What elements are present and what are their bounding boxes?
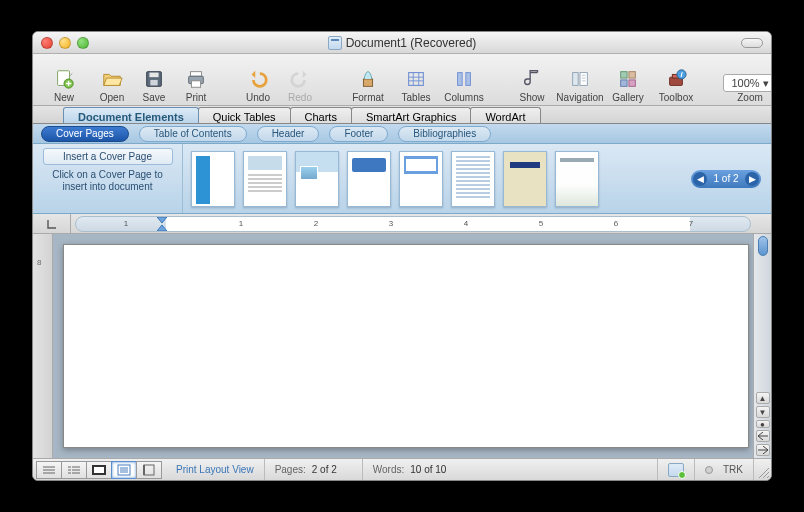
tab-smartart[interactable]: SmartArt Graphics xyxy=(351,107,471,123)
svg-rect-4 xyxy=(150,80,157,86)
tab-document-elements[interactable]: Document Elements xyxy=(63,107,199,123)
window-title: Document1 (Recovered) xyxy=(33,36,771,50)
svg-rect-27 xyxy=(144,465,154,475)
publishing-view-button[interactable] xyxy=(86,461,112,479)
svg-rect-16 xyxy=(621,80,627,86)
page-count[interactable]: Pages: 2 of 2 xyxy=(264,459,362,480)
gallery-pager: ◀ 1 of 2 ▶ xyxy=(691,170,761,188)
scroll-down-button[interactable]: ▼ xyxy=(756,406,770,418)
subtab-header[interactable]: Header xyxy=(257,126,320,142)
new-button[interactable]: New xyxy=(39,56,89,105)
subtab-bibliographies[interactable]: Bibliographies xyxy=(398,126,491,142)
cover-page-thumb-6[interactable] xyxy=(451,151,495,207)
svg-rect-17 xyxy=(629,80,635,86)
ribbon-tabs: Document Elements Quick Tables Charts Sm… xyxy=(33,106,771,124)
tab-wordart[interactable]: WordArt xyxy=(470,107,540,123)
track-changes-status[interactable]: TRK xyxy=(694,459,753,480)
tab-quick-tables[interactable]: Quick Tables xyxy=(198,107,291,123)
save-button[interactable]: Save xyxy=(135,56,173,105)
svg-rect-3 xyxy=(149,73,158,78)
gallery-section-label: Insert a Cover Page Click on a Cover Pag… xyxy=(33,144,183,213)
gallery-thumbnails xyxy=(183,151,681,207)
scroll-thumb[interactable] xyxy=(758,236,768,256)
open-button[interactable]: Open xyxy=(93,56,131,105)
cover-page-thumb-2[interactable] xyxy=(243,151,287,207)
vertical-scrollbar[interactable]: ▲ ▼ ● xyxy=(753,234,771,458)
cover-page-thumb-4[interactable] xyxy=(347,151,391,207)
cover-page-thumb-3[interactable] xyxy=(295,151,339,207)
gallery-next-button[interactable]: ▶ xyxy=(745,172,759,186)
view-mode-buttons xyxy=(33,461,166,479)
svg-rect-9 xyxy=(409,73,424,86)
show-button[interactable]: Show xyxy=(513,56,551,105)
app-window: Document1 (Recovered) New Open Save Prin… xyxy=(32,31,772,481)
subtab-table-of-contents[interactable]: Table of Contents xyxy=(139,126,247,142)
horizontal-ruler-area: 1 1 2 3 4 5 6 7 xyxy=(33,214,771,234)
window-title-text: Document1 (Recovered) xyxy=(346,36,477,50)
gallery-prev-button[interactable]: ◀ xyxy=(693,172,707,186)
status-dot-icon xyxy=(705,466,713,474)
book-icon xyxy=(668,463,684,477)
undo-button[interactable]: Undo xyxy=(239,56,277,105)
redo-button[interactable]: Redo xyxy=(281,56,319,105)
cover-page-thumb-8[interactable] xyxy=(555,151,599,207)
print-layout-view-button[interactable] xyxy=(111,461,137,479)
document-icon xyxy=(328,36,342,50)
print-button[interactable]: Print xyxy=(177,56,215,105)
svg-rect-7 xyxy=(191,81,200,87)
draft-view-button[interactable] xyxy=(36,461,62,479)
gallery-button[interactable]: Gallery xyxy=(609,56,647,105)
notebook-view-button[interactable] xyxy=(136,461,162,479)
prev-page-button[interactable] xyxy=(756,430,770,442)
cover-page-thumb-7[interactable] xyxy=(503,151,547,207)
svg-rect-13 xyxy=(580,73,587,86)
zoom-control[interactable]: 100% ▾ Zoom xyxy=(725,56,772,105)
svg-rect-25 xyxy=(94,467,104,473)
tab-charts[interactable]: Charts xyxy=(290,107,352,123)
svg-rect-10 xyxy=(458,73,463,86)
toolbox-button[interactable]: i Toolbox xyxy=(651,56,701,105)
columns-button[interactable]: Columns xyxy=(439,56,489,105)
svg-rect-11 xyxy=(466,73,471,86)
vertical-ruler[interactable]: 8 xyxy=(33,234,53,458)
outline-view-button[interactable] xyxy=(61,461,87,479)
document-page[interactable] xyxy=(63,244,749,448)
document-area: 8 ▲ ▼ ● xyxy=(33,234,771,458)
ribbon-subtabs: Cover Pages Table of Contents Header Foo… xyxy=(33,124,771,144)
gallery-bar: Insert a Cover Page Click on a Cover Pag… xyxy=(33,144,771,214)
next-page-button[interactable] xyxy=(756,444,770,456)
svg-rect-12 xyxy=(573,73,579,86)
horizontal-ruler[interactable]: 1 1 2 3 4 5 6 7 xyxy=(75,216,751,232)
status-bar: Print Layout View Pages: 2 of 2 Words: 1… xyxy=(33,458,771,480)
browse-object-button[interactable]: ● xyxy=(756,420,770,428)
titlebar: Document1 (Recovered) xyxy=(33,32,771,54)
cover-page-thumb-5[interactable] xyxy=(399,151,443,207)
svg-rect-5 xyxy=(191,72,202,77)
navigation-button[interactable]: Navigation xyxy=(555,56,605,105)
subtab-cover-pages[interactable]: Cover Pages xyxy=(41,126,129,142)
main-toolbar: New Open Save Print Undo Redo xyxy=(33,54,771,106)
tables-button[interactable]: Tables xyxy=(397,56,435,105)
tab-selector[interactable] xyxy=(33,214,71,233)
view-mode-label: Print Layout View xyxy=(166,459,264,480)
word-count[interactable]: Words: 10 of 10 xyxy=(362,459,461,480)
svg-rect-8 xyxy=(363,79,372,86)
scroll-up-button[interactable]: ▲ xyxy=(756,392,770,404)
svg-rect-15 xyxy=(629,72,635,78)
format-button[interactable]: Format xyxy=(343,56,393,105)
resize-grip[interactable] xyxy=(753,459,771,480)
document-canvas[interactable] xyxy=(53,234,753,458)
spellcheck-status[interactable] xyxy=(657,459,694,480)
cover-page-thumb-1[interactable] xyxy=(191,151,235,207)
svg-rect-14 xyxy=(621,72,627,78)
subtab-footer[interactable]: Footer xyxy=(329,126,388,142)
indent-marker[interactable] xyxy=(157,217,167,225)
